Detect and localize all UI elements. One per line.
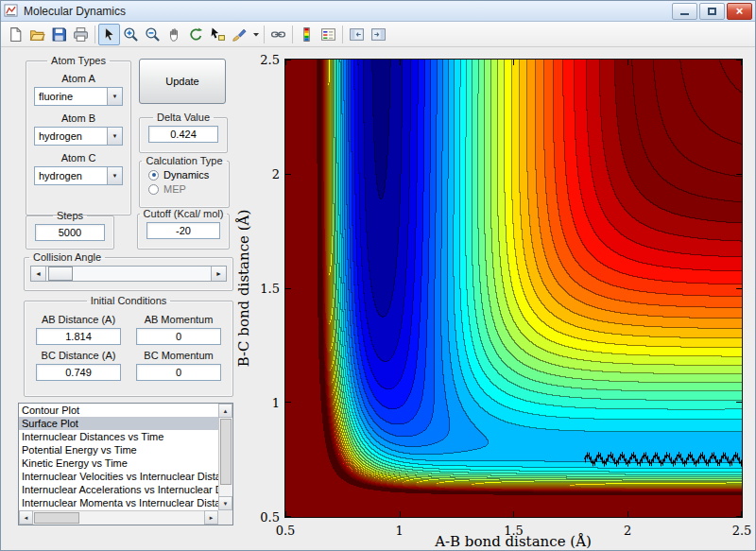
chevron-down-icon[interactable]: ▼ <box>107 88 122 105</box>
left-arrow-icon[interactable]: ◄ <box>19 510 33 525</box>
maximize-icon <box>708 8 716 15</box>
x-tick-label: 1.5 <box>504 524 524 538</box>
titlebar[interactable]: Molecular Dynamics × <box>1 1 755 22</box>
slider-right-arrow-icon[interactable]: ► <box>211 267 226 281</box>
x-tick-label: 2.5 <box>732 524 752 538</box>
ab-momentum-input[interactable] <box>136 328 221 345</box>
toolbar-separator <box>264 26 265 43</box>
y-tick-label: 0.5 <box>260 510 280 525</box>
radio-button-icon[interactable] <box>148 170 159 181</box>
maximize-button[interactable] <box>699 3 725 20</box>
hide-plot-tools-button[interactable] <box>346 24 368 45</box>
list-item[interactable]: Potential Energy vs Time <box>19 443 218 456</box>
hide-plot-tools-icon <box>349 26 365 43</box>
list-item[interactable]: Contour Plot <box>19 404 218 417</box>
brush-caret-button[interactable] <box>250 24 261 45</box>
open-file-button[interactable] <box>26 24 48 45</box>
zoom-in-button[interactable] <box>120 24 142 45</box>
link-plots-icon <box>270 26 286 43</box>
atom-a-dropdown[interactable]: fluorine ▼ <box>34 87 123 106</box>
down-arrow-icon[interactable]: ▼ <box>218 496 232 510</box>
atom-b-group: Atom B hydrogen ▼ <box>26 112 130 146</box>
content: Atom Types Atom A fluorine ▼ Atom B hydr… <box>1 47 755 550</box>
atom-c-label: Atom C <box>26 152 130 164</box>
atom-c-value: hydrogen <box>35 170 107 181</box>
list-item[interactable]: Internuclear Distances vs Time <box>19 430 218 443</box>
radio-dynamics[interactable]: Dynamics <box>148 169 229 181</box>
show-plot-tools-button[interactable] <box>368 24 389 45</box>
y-tick-label: 2.5 <box>260 53 280 67</box>
x-tick-label: 2 <box>624 524 631 538</box>
steps-title: Steps <box>53 210 87 221</box>
list-item[interactable]: Internuclear Accelerations vs Internucle… <box>19 483 218 496</box>
steps-panel: Steps <box>26 210 114 250</box>
slider-left-arrow-icon[interactable]: ◄ <box>31 267 46 281</box>
horizontal-scroll-thumb[interactable] <box>34 512 79 524</box>
atom-c-group: Atom C hydrogen ▼ <box>26 152 130 185</box>
plot-area[interactable] <box>284 59 743 518</box>
list-item[interactable]: Kinetic Energy vs Time <box>19 456 218 470</box>
rotate-3d-button[interactable] <box>185 24 207 45</box>
bc-distance-input[interactable] <box>36 364 121 381</box>
minimize-icon <box>680 13 689 15</box>
bc-momentum-label: BC Momentum <box>136 350 221 361</box>
right-arrow-icon[interactable]: ► <box>204 510 218 525</box>
bc-momentum-input[interactable] <box>136 364 221 381</box>
close-icon: × <box>736 5 744 17</box>
link-plots-button[interactable] <box>267 24 289 45</box>
radio-mep[interactable]: MEP <box>148 183 229 195</box>
new-document-button[interactable] <box>5 24 26 45</box>
listbox-horizontal-scrollbar[interactable]: ◄ ► <box>19 510 218 525</box>
chevron-down-icon[interactable]: ▼ <box>107 167 122 184</box>
up-arrow-icon[interactable]: ▲ <box>218 404 232 418</box>
insert-colorbar-button[interactable] <box>296 24 318 45</box>
zoom-out-button[interactable] <box>142 24 163 45</box>
list-item[interactable]: Internuclear Velocities vs Internuclear … <box>19 470 218 483</box>
chevron-down-icon[interactable]: ▼ <box>107 128 122 145</box>
calculation-type-title: Calculation Type <box>142 155 226 166</box>
calculation-type-panel: Calculation Type Dynamics MEP <box>139 155 230 208</box>
pointer-icon <box>101 26 117 43</box>
new-document-icon <box>8 26 24 43</box>
ab-distance-input[interactable] <box>36 328 121 345</box>
cutoff-title: Cutoff (Kcal/ mol) <box>140 208 228 219</box>
atom-c-dropdown[interactable]: hydrogen ▼ <box>34 166 123 185</box>
y-tick-label: 2 <box>272 167 280 181</box>
initial-conditions-title: Initial Conditions <box>87 295 171 306</box>
update-button[interactable]: Update <box>139 59 226 104</box>
minimize-button[interactable] <box>672 3 697 20</box>
toolbar <box>1 22 755 47</box>
plot-type-listbox[interactable]: Contour PlotSurface PlotInternuclear Dis… <box>18 403 233 525</box>
insert-legend-icon <box>320 26 336 43</box>
close-button[interactable]: × <box>727 3 752 20</box>
brush-button[interactable] <box>229 24 250 45</box>
data-cursor-button[interactable] <box>207 24 229 45</box>
print-button[interactable] <box>70 24 92 45</box>
scrollbar-corner <box>218 510 232 525</box>
window: Molecular Dynamics × Atom Types Atom A f… <box>0 0 756 551</box>
slider-track[interactable] <box>46 267 211 281</box>
listbox-vertical-scrollbar[interactable]: ▲ ▼ <box>218 404 232 510</box>
cutoff-input[interactable] <box>146 222 220 239</box>
steps-input[interactable] <box>35 224 105 241</box>
atom-a-value: fluorine <box>35 91 107 102</box>
delta-value-input[interactable] <box>148 126 218 143</box>
save-button[interactable] <box>48 24 70 45</box>
contour-canvas[interactable] <box>285 60 742 517</box>
brush-caret-icon <box>252 26 260 43</box>
pan-button[interactable] <box>163 24 185 45</box>
vertical-scroll-thumb[interactable] <box>220 419 232 485</box>
atom-types-panel: Atom Types Atom A fluorine ▼ Atom B hydr… <box>26 55 131 215</box>
pointer-button[interactable] <box>98 24 120 45</box>
slider-thumb[interactable] <box>48 267 73 281</box>
insert-legend-button[interactable] <box>318 24 339 45</box>
list-item[interactable]: Internuclear Momenta vs Internuclear Dis… <box>19 496 218 509</box>
radio-button-icon[interactable] <box>148 184 159 195</box>
y-tick-label: 1.5 <box>260 282 280 296</box>
radio-dynamics-label: Dynamics <box>163 169 209 181</box>
list-item[interactable]: Surface Plot <box>19 417 218 430</box>
show-plot-tools-icon <box>370 26 387 43</box>
brush-icon <box>232 26 248 43</box>
atom-b-dropdown[interactable]: hydrogen ▼ <box>34 127 123 146</box>
collision-angle-slider[interactable]: ◄ ► <box>30 266 227 282</box>
